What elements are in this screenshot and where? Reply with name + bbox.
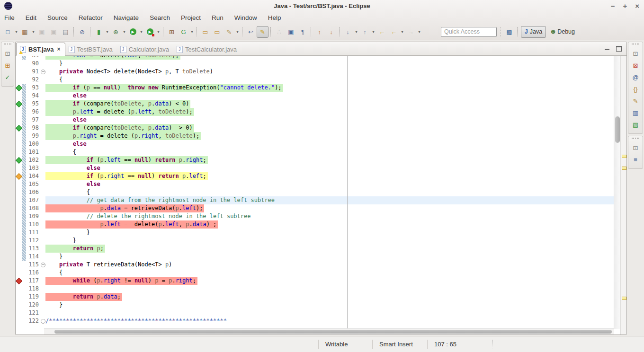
annotation-ruler-cell[interactable]	[16, 56, 22, 60]
annotation-ruler-cell[interactable]	[16, 92, 22, 100]
menu-search[interactable]: Search	[150, 14, 170, 21]
code-text[interactable]: if (compare(toDelete, p.data) < 0)	[45, 100, 614, 108]
code-text[interactable]: else	[45, 92, 614, 100]
expand-all-icon[interactable]: ↓	[325, 26, 337, 38]
restore-view-icon[interactable]: ⊡	[2, 48, 13, 60]
next-annotation-icon[interactable]: ↓	[342, 26, 354, 38]
green-diamond-marker[interactable]	[16, 85, 22, 91]
run-coverage-icon[interactable]: ▶	[144, 26, 156, 38]
menu-help[interactable]: Help	[268, 14, 281, 21]
debug-icon[interactable]: ⊛	[110, 26, 122, 38]
annotation-ruler-cell[interactable]	[16, 132, 22, 140]
occurrence-marker[interactable]	[622, 297, 626, 300]
code-text[interactable]: if (compare(toDelete, p.data) > 0)	[45, 124, 614, 132]
declaration-view-icon[interactable]: {}	[630, 83, 641, 95]
annotation-ruler-cell[interactable]	[16, 269, 22, 277]
annotation-ruler-cell[interactable]	[16, 124, 22, 132]
maximize-editor-icon[interactable]	[616, 46, 622, 52]
code-text[interactable]: }	[45, 229, 614, 237]
menu-source[interactable]: Source	[47, 14, 68, 21]
maximize-button[interactable]: +	[623, 2, 627, 9]
annotation-ruler-cell[interactable]	[16, 100, 22, 108]
open-type-icon[interactable]: ▭	[199, 26, 211, 38]
dropdown-arrow-icon[interactable]: ▾	[354, 30, 359, 34]
orange-diamond-marker[interactable]	[16, 173, 22, 180]
code-editor[interactable]: 89 root = delete(root, toDelete);90 }91 …	[16, 56, 626, 334]
search-icon[interactable]: ✎	[223, 26, 235, 38]
occurrence-marker[interactable]	[622, 155, 626, 158]
annotation-ruler-cell[interactable]	[16, 261, 22, 269]
annotation-ruler-cell[interactable]	[16, 172, 22, 180]
dropdown-arrow-icon[interactable]: ▾	[105, 30, 110, 34]
show-source-icon[interactable]: ▣	[285, 26, 297, 38]
back-icon[interactable]: ←	[388, 26, 400, 38]
menu-project[interactable]: Project	[181, 14, 201, 21]
code-text[interactable]: private T retrieveData(Node<T> p)	[45, 261, 614, 269]
coverage-view-icon[interactable]: ▧	[630, 119, 641, 131]
overview-ruler[interactable]	[620, 56, 626, 334]
code-text[interactable]: else	[45, 140, 614, 148]
junit-view-icon[interactable]: ✓	[2, 71, 13, 83]
open-perspective-icon[interactable]: ▩	[503, 26, 515, 38]
code-text[interactable]: // delete the rightmost node in the left…	[45, 212, 614, 220]
annotation-ruler-cell[interactable]	[16, 116, 22, 124]
last-edit-location-icon[interactable]: ↩	[245, 26, 257, 38]
console-view-icon[interactable]: ▥	[630, 107, 641, 119]
dropdown-arrow-icon[interactable]: ▾	[417, 30, 422, 34]
tab-testbst-java[interactable]: JTestBST.java	[65, 43, 117, 55]
code-text[interactable]: }	[45, 253, 614, 261]
code-text[interactable]	[45, 285, 614, 293]
vertical-scrollbar-thumb[interactable]	[615, 116, 620, 143]
code-text[interactable]: if (p.left == null) return p.right;	[45, 156, 614, 164]
dropdown-arrow-icon[interactable]: ▾	[31, 30, 36, 34]
annotation-ruler-cell[interactable]	[16, 188, 22, 196]
annotation-ruler-cell[interactable]	[16, 237, 22, 245]
vertical-scrollbar[interactable]	[614, 56, 621, 329]
external-tools-icon[interactable]: ∴	[273, 26, 285, 38]
annotation-ruler-cell[interactable]	[16, 317, 22, 325]
dropdown-arrow-icon[interactable]: ▾	[189, 30, 195, 34]
annotation-ruler-cell[interactable]	[16, 229, 22, 237]
quick-access-input[interactable]	[441, 27, 497, 37]
restore-view-icon[interactable]: ⊡	[630, 142, 641, 154]
dropdown-arrow-icon[interactable]: ▾	[400, 30, 405, 34]
green-diamond-marker[interactable]	[16, 125, 22, 132]
annotation-ruler-cell[interactable]	[16, 108, 22, 116]
code-text[interactable]: {	[45, 269, 614, 277]
code-text[interactable]	[45, 309, 614, 317]
previous-annotation-icon[interactable]: ↑	[359, 26, 371, 38]
code-text[interactable]: }	[45, 237, 614, 245]
annotation-ruler-cell[interactable]	[16, 68, 22, 76]
outline-view-icon[interactable]: ≡	[630, 154, 641, 166]
tab-testcalculator-java[interactable]: JTestCalculator.java	[173, 43, 241, 55]
annotation-ruler-cell[interactable]	[16, 245, 22, 253]
code-text[interactable]: while (p.right != null) p = p.right;	[45, 277, 614, 285]
annotation-ruler-cell[interactable]	[16, 140, 22, 148]
collapse-icon[interactable]	[41, 319, 45, 324]
code-text[interactable]: private Node<T> delete(Node<T> p, T toDe…	[45, 68, 614, 76]
print-icon[interactable]: ▤	[60, 26, 72, 38]
minimize-editor-icon[interactable]	[605, 47, 609, 50]
menu-run[interactable]: Run	[212, 14, 224, 21]
menu-window[interactable]: Window	[234, 14, 257, 21]
tab-bst-java[interactable]: JBST.java×	[16, 43, 65, 56]
annotation-ruler-cell[interactable]	[16, 180, 22, 188]
drag-grip[interactable]	[4, 44, 11, 45]
skip-breakpoints-icon[interactable]: ⊘	[76, 26, 88, 38]
save-all-icon[interactable]: ▣	[48, 26, 60, 38]
horizontal-scrollbar[interactable]	[44, 328, 614, 334]
javadoc-view-icon[interactable]: @	[630, 71, 641, 83]
red-diamond-marker[interactable]	[16, 278, 22, 284]
annotation-ruler-cell[interactable]	[16, 156, 22, 164]
code-text[interactable]: p.data = retrieveData(p.left);	[45, 204, 614, 212]
dropdown-arrow-icon[interactable]: ▾	[371, 30, 376, 34]
mark-occurrences-icon[interactable]: ✎	[257, 26, 268, 38]
new-java-project-icon[interactable]: ▦	[19, 26, 31, 38]
annotation-ruler-cell[interactable]	[16, 84, 22, 92]
code-text[interactable]: else	[45, 164, 614, 172]
code-text[interactable]: return p.data;	[45, 293, 614, 301]
code-text[interactable]: p.right = delete (p.right, toDelete);	[45, 132, 614, 140]
annotation-ruler-cell[interactable]	[16, 253, 22, 261]
last-edit-nav-icon[interactable]: ←	[376, 26, 388, 38]
drag-grip[interactable]	[632, 44, 639, 45]
